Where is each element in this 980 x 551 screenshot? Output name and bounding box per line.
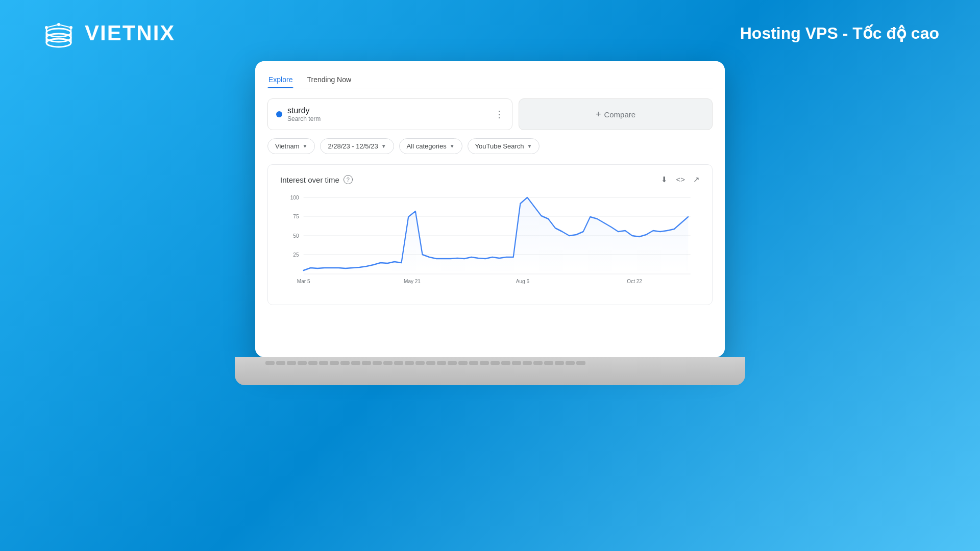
x-label-mar5: Mar 5 <box>297 278 310 285</box>
more-options-button[interactable]: ⋮ <box>495 110 504 119</box>
x-label-may21: May 21 <box>404 278 421 285</box>
interest-chart: 100 75 50 25 Mar 5 May 21 Aug 6 Oct 22 <box>280 192 700 294</box>
header: VIETNIX Hosting VPS - Tốc độ cao <box>0 0 980 66</box>
chart-header: Interest over time ? ⬇ <> ↗ <box>280 175 700 184</box>
chart-help-icon[interactable]: ? <box>344 175 353 184</box>
filter-date[interactable]: 2/28/23 - 12/5/23 ▼ <box>320 138 394 154</box>
compare-card[interactable]: + Compare <box>519 98 713 130</box>
embed-button[interactable]: <> <box>676 175 685 184</box>
search-term-card: sturdy Search term ⋮ <box>267 98 512 130</box>
svg-line-9 <box>59 24 71 28</box>
filter-row: Vietnam ▼ 2/28/23 - 12/5/23 ▼ All catego… <box>267 138 713 154</box>
filter-type-label: YouTube Search <box>475 142 524 150</box>
laptop-keyboard <box>235 357 745 385</box>
y-label-50: 50 <box>293 233 299 239</box>
x-label-aug6: Aug 6 <box>516 278 529 285</box>
logo-area: VIETNIX <box>41 15 175 51</box>
compare-plus-icon: + <box>596 109 601 120</box>
svg-point-2 <box>46 29 71 37</box>
y-label-100: 100 <box>290 194 299 201</box>
laptop-container: Explore Trending Now sturdy Search term … <box>235 61 745 385</box>
download-button[interactable]: ⬇ <box>661 175 668 184</box>
search-compare-row: sturdy Search term ⋮ + Compare <box>267 98 713 130</box>
chart-container: 100 75 50 25 Mar 5 May 21 Aug 6 Oct 22 <box>280 192 700 294</box>
laptop-screen: Explore Trending Now sturdy Search term … <box>255 61 725 357</box>
chart-title-area: Interest over time ? <box>280 175 353 184</box>
chart-section: Interest over time ? ⬇ <> ↗ <box>267 164 713 305</box>
filter-type-chevron: ▼ <box>527 143 532 149</box>
search-term-text: sturdy Search term <box>287 106 321 122</box>
compare-label: + Compare <box>596 109 635 120</box>
filter-region-chevron: ▼ <box>302 143 307 149</box>
compare-text: Compare <box>604 110 635 119</box>
search-term-name: sturdy <box>287 106 321 115</box>
logo-text: VIETNIX <box>85 21 175 45</box>
filter-region-label: Vietnam <box>275 142 299 150</box>
keyboard-dots <box>235 357 745 369</box>
svg-line-8 <box>46 24 59 28</box>
share-button[interactable]: ↗ <box>693 175 700 184</box>
filter-date-label: 2/28/23 - 12/5/23 <box>328 142 378 150</box>
filter-category-chevron: ▼ <box>450 143 455 149</box>
tab-trending[interactable]: Trending Now <box>306 71 352 88</box>
filter-category-label: All categories <box>407 142 447 150</box>
x-label-oct22: Oct 22 <box>627 278 642 285</box>
help-symbol: ? <box>347 177 350 183</box>
search-term-type: Search term <box>287 115 321 122</box>
tab-explore[interactable]: Explore <box>267 71 293 88</box>
filter-date-chevron: ▼ <box>381 143 386 149</box>
search-term-dot <box>276 111 282 117</box>
tabs-row: Explore Trending Now <box>267 71 713 88</box>
search-term-left: sturdy Search term <box>276 106 321 122</box>
y-label-75: 75 <box>293 213 299 220</box>
y-label-25: 25 <box>293 252 299 258</box>
header-tagline: Hosting VPS - Tốc độ cao <box>740 23 939 43</box>
chart-actions: ⬇ <> ↗ <box>661 175 700 184</box>
filter-region[interactable]: Vietnam ▼ <box>267 138 315 154</box>
filter-category[interactable]: All categories ▼ <box>399 138 462 154</box>
chart-title: Interest over time <box>280 176 339 184</box>
vietnix-logo-icon <box>41 15 77 51</box>
screen-content: Explore Trending Now sturdy Search term … <box>255 61 725 357</box>
filter-type[interactable]: YouTube Search ▼ <box>468 138 540 154</box>
